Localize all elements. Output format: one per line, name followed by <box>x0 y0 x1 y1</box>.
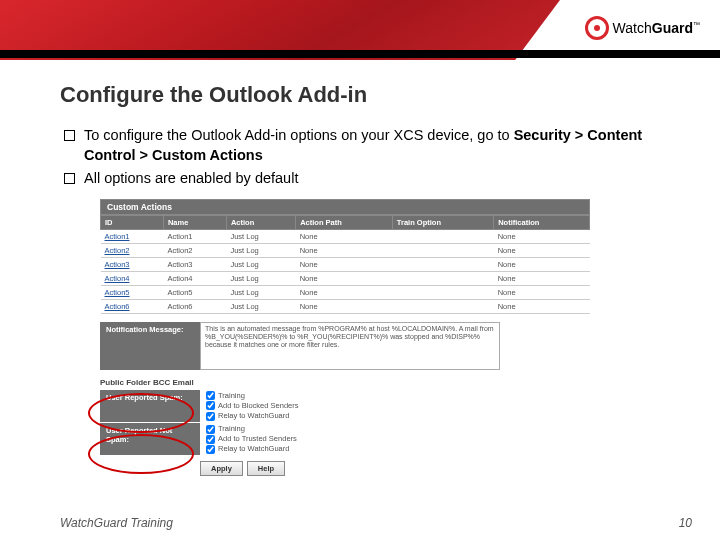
bullet-2: All options are enabled by default <box>60 169 680 189</box>
cell-notif: None <box>494 271 590 285</box>
table-row: Action4Action4Just LogNoneNone <box>101 271 590 285</box>
cell-path: None <box>296 271 393 285</box>
cell-name: Action4 <box>163 271 226 285</box>
cell-action: Just Log <box>226 229 295 243</box>
cell-train <box>392 285 493 299</box>
cell-name: Action1 <box>163 229 226 243</box>
cb-spam-blocked[interactable]: Add to Blocked Senders <box>206 401 298 411</box>
cell-action: Just Log <box>226 271 295 285</box>
cell-name: Action3 <box>163 257 226 271</box>
table-row: Action6Action6Just LogNoneNone <box>101 299 590 313</box>
logo-pre: Watch <box>613 20 652 36</box>
cell-id[interactable]: Action1 <box>101 229 164 243</box>
cb-notspam-trusted[interactable]: Add to Trusted Senders <box>206 434 297 444</box>
cell-id[interactable]: Action6 <box>101 299 164 313</box>
table-row: Action5Action5Just LogNoneNone <box>101 285 590 299</box>
embedded-screenshot: Custom Actions ID Name Action Action Pat… <box>100 199 590 477</box>
cb-notspam-training[interactable]: Training <box>206 424 297 434</box>
cell-notif: None <box>494 243 590 257</box>
checkbox-icon[interactable] <box>206 391 215 400</box>
cell-path: None <box>296 229 393 243</box>
cell-action: Just Log <box>226 285 295 299</box>
bullet-list: To configure the Outlook Add-in options … <box>60 126 680 189</box>
notif-label: Notification Message: <box>100 322 200 370</box>
checkbox-icon[interactable] <box>206 412 215 421</box>
cell-train <box>392 299 493 313</box>
footer-left: WatchGuard Training <box>60 516 173 530</box>
slide-title: Configure the Outlook Add-in <box>60 82 680 108</box>
th-name: Name <box>163 215 226 229</box>
cell-action: Just Log <box>226 243 295 257</box>
cell-id[interactable]: Action3 <box>101 257 164 271</box>
checkbox-icon[interactable] <box>206 401 215 410</box>
apply-button[interactable]: Apply <box>200 461 243 476</box>
settings-section-title: Public Folder BCC Email <box>100 378 590 387</box>
th-path: Action Path <box>296 215 393 229</box>
cell-notif: None <box>494 299 590 313</box>
checkbox-icon[interactable] <box>206 435 215 444</box>
page-number: 10 <box>679 516 692 530</box>
cell-train <box>392 271 493 285</box>
notification-row: Notification Message: This is an automat… <box>100 322 590 370</box>
table-row: Action3Action3Just LogNoneNone <box>101 257 590 271</box>
cell-action: Just Log <box>226 299 295 313</box>
cell-name: Action2 <box>163 243 226 257</box>
cell-name: Action6 <box>163 299 226 313</box>
checkbox-icon[interactable] <box>206 425 215 434</box>
cell-notif: None <box>494 257 590 271</box>
th-train: Train Option <box>392 215 493 229</box>
th-notif: Notification <box>494 215 590 229</box>
brand-logo: WatchGuard™ <box>585 16 700 40</box>
cell-path: None <box>296 285 393 299</box>
cell-train <box>392 257 493 271</box>
cell-train <box>392 243 493 257</box>
th-id: ID <box>101 215 164 229</box>
logo-tm: ™ <box>693 21 700 28</box>
cb-spam-relay[interactable]: Relay to WatchGuard <box>206 411 298 421</box>
settings-block: Public Folder BCC Email User Reported Sp… <box>100 378 590 477</box>
cell-notif: None <box>494 229 590 243</box>
cell-path: None <box>296 257 393 271</box>
cb-spam-training[interactable]: Training <box>206 391 298 401</box>
cell-path: None <box>296 299 393 313</box>
cell-name: Action5 <box>163 285 226 299</box>
header-black-stripe <box>0 50 720 58</box>
cell-id[interactable]: Action5 <box>101 285 164 299</box>
cell-train <box>392 229 493 243</box>
cell-action: Just Log <box>226 257 295 271</box>
cb-notspam-relay[interactable]: Relay to WatchGuard <box>206 444 297 454</box>
section-custom-actions: Custom Actions <box>100 199 590 215</box>
cell-id[interactable]: Action2 <box>101 243 164 257</box>
cell-path: None <box>296 243 393 257</box>
logo-ring-icon <box>585 16 609 40</box>
help-button[interactable]: Help <box>247 461 285 476</box>
callout-oval-1 <box>88 393 194 433</box>
checkbox-icon[interactable] <box>206 445 215 454</box>
th-action: Action <box>226 215 295 229</box>
cell-id[interactable]: Action4 <box>101 271 164 285</box>
cell-notif: None <box>494 285 590 299</box>
bullet-1: To configure the Outlook Add-in options … <box>60 126 680 165</box>
notif-textarea[interactable]: This is an automated message from %PROGR… <box>200 322 500 370</box>
bullet-1-text: To configure the Outlook Add-in options … <box>84 127 514 143</box>
slide-footer: WatchGuard Training 10 <box>60 516 692 530</box>
logo-post: Guard <box>652 20 693 36</box>
table-row: Action1Action1Just LogNoneNone <box>101 229 590 243</box>
actions-table: ID Name Action Action Path Train Option … <box>100 215 590 314</box>
callout-oval-2 <box>88 434 194 474</box>
table-row: Action2Action2Just LogNoneNone <box>101 243 590 257</box>
